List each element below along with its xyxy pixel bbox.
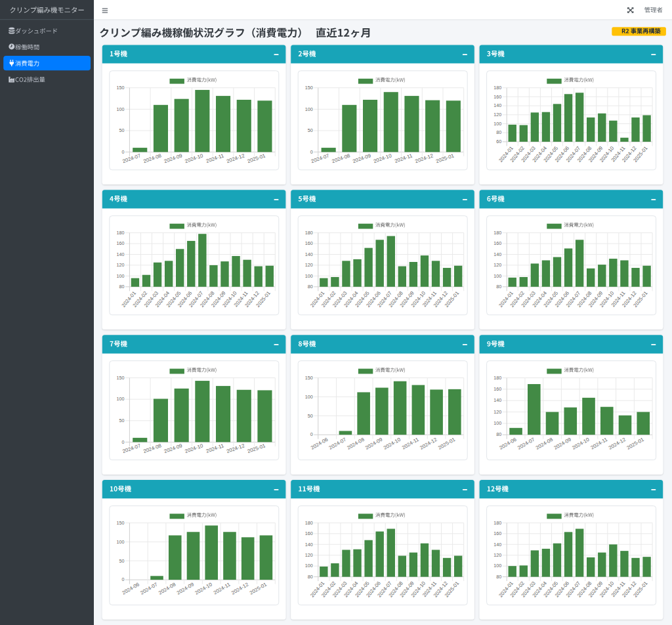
svg-text:80: 80 bbox=[496, 574, 501, 580]
svg-text:60: 60 bbox=[496, 139, 501, 144]
svg-text:160: 160 bbox=[494, 386, 501, 392]
svg-text:160: 160 bbox=[494, 530, 501, 536]
svg-text:140: 140 bbox=[494, 251, 501, 257]
svg-text:180: 180 bbox=[305, 520, 313, 526]
svg-text:0: 0 bbox=[310, 149, 313, 155]
svg-text:180: 180 bbox=[116, 230, 124, 236]
svg-text:150: 150 bbox=[116, 520, 124, 526]
svg-text:100: 100 bbox=[494, 563, 501, 569]
svg-text:100: 100 bbox=[305, 273, 313, 279]
svg-text:150: 150 bbox=[305, 375, 313, 381]
svg-text:100: 100 bbox=[116, 396, 124, 402]
svg-text:180: 180 bbox=[494, 230, 501, 236]
svg-text:140: 140 bbox=[494, 542, 501, 548]
svg-text:160: 160 bbox=[494, 240, 501, 246]
svg-text:100: 100 bbox=[494, 121, 501, 127]
svg-text:100: 100 bbox=[305, 106, 313, 112]
svg-text:100: 100 bbox=[116, 539, 124, 545]
svg-text:120: 120 bbox=[494, 112, 501, 118]
svg-text:80: 80 bbox=[496, 432, 501, 438]
svg-text:0: 0 bbox=[310, 432, 313, 438]
svg-text:140: 140 bbox=[305, 251, 313, 257]
svg-text:160: 160 bbox=[305, 240, 313, 246]
svg-text:0: 0 bbox=[121, 576, 124, 582]
svg-text:100: 100 bbox=[494, 273, 501, 279]
svg-text:140: 140 bbox=[305, 542, 313, 548]
svg-text:180: 180 bbox=[305, 230, 313, 236]
svg-text:0: 0 bbox=[121, 439, 124, 445]
svg-text:100: 100 bbox=[494, 420, 501, 426]
svg-text:50: 50 bbox=[308, 127, 313, 133]
svg-text:80: 80 bbox=[119, 284, 124, 290]
svg-text:140: 140 bbox=[494, 102, 501, 108]
svg-text:150: 150 bbox=[116, 85, 124, 91]
svg-text:100: 100 bbox=[305, 394, 313, 400]
svg-text:180: 180 bbox=[494, 375, 501, 381]
svg-text:150: 150 bbox=[305, 85, 313, 91]
svg-text:120: 120 bbox=[305, 262, 313, 268]
svg-text:160: 160 bbox=[116, 240, 124, 246]
svg-text:100: 100 bbox=[116, 273, 124, 279]
svg-text:150: 150 bbox=[116, 375, 124, 381]
svg-text:180: 180 bbox=[494, 520, 501, 526]
svg-text:120: 120 bbox=[305, 552, 313, 558]
svg-text:160: 160 bbox=[494, 94, 501, 100]
svg-text:80: 80 bbox=[308, 574, 313, 580]
svg-text:80: 80 bbox=[308, 284, 313, 290]
svg-text:120: 120 bbox=[494, 409, 501, 415]
svg-text:120: 120 bbox=[494, 552, 501, 558]
svg-text:50: 50 bbox=[119, 127, 124, 133]
svg-text:80: 80 bbox=[496, 130, 501, 136]
svg-text:160: 160 bbox=[305, 530, 313, 536]
svg-text:50: 50 bbox=[119, 558, 124, 564]
svg-text:50: 50 bbox=[308, 413, 313, 419]
svg-text:100: 100 bbox=[305, 563, 313, 569]
svg-text:140: 140 bbox=[116, 251, 124, 257]
svg-text:80: 80 bbox=[496, 284, 501, 290]
svg-text:120: 120 bbox=[494, 262, 501, 268]
svg-text:50: 50 bbox=[119, 418, 124, 423]
svg-text:180: 180 bbox=[494, 85, 501, 91]
svg-text:0: 0 bbox=[121, 149, 124, 155]
svg-text:120: 120 bbox=[116, 262, 124, 268]
svg-text:140: 140 bbox=[494, 397, 501, 403]
svg-text:100: 100 bbox=[116, 106, 124, 112]
